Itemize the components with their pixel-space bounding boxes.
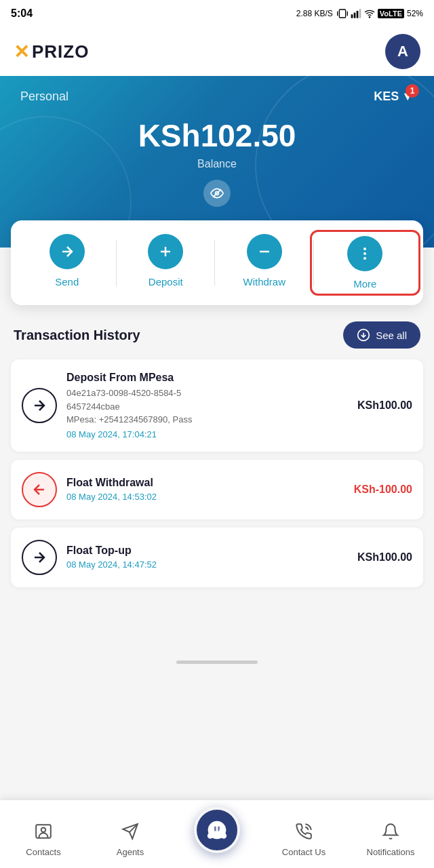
svg-point-16 (363, 257, 366, 260)
svg-line-9 (213, 189, 221, 197)
signal-icon (351, 8, 361, 19)
svg-rect-4 (353, 13, 355, 18)
table-row[interactable]: Deposit From MPesa 04e21a73-0098-4520-85… (11, 359, 423, 452)
wifi-icon (364, 8, 375, 19)
svg-point-15 (363, 252, 366, 255)
vibrate-icon (337, 8, 348, 19)
tx-date: 08 May 2024, 14:47:52 (66, 559, 348, 570)
status-time: 5:04 (11, 7, 33, 20)
tx-date: 08 May 2024, 17:04:21 (66, 429, 348, 439)
balance-label: Balance (20, 158, 414, 170)
contacts-label: Contacts (26, 847, 60, 857)
deposit-label: Deposit (149, 276, 183, 288)
contacts-icon (35, 823, 52, 844)
bottom-nav: Contacts Agents (0, 800, 434, 868)
notifications-label: Notifications (367, 847, 415, 857)
arrow-right-icon (31, 549, 47, 566)
tx-title: Float Withdrawal (66, 477, 344, 489)
tx-details: Float Withdrawal 08 May 2024, 14:53:02 (66, 477, 344, 502)
personal-label: Personal (20, 90, 68, 104)
tx-withdraw-icon (22, 472, 57, 507)
currency-label: KES (374, 90, 399, 104)
arrow-right-icon (31, 397, 47, 414)
tx-amount: KSh100.00 (357, 551, 412, 564)
nav-notifications[interactable]: Notifications (347, 823, 434, 857)
see-all-icon (357, 328, 370, 342)
tx-amount: KSh100.00 (357, 399, 412, 412)
withdraw-icon (256, 243, 273, 260)
svg-point-27 (220, 825, 224, 829)
withdraw-action[interactable]: Withdraw (215, 234, 314, 292)
tx-subtitle: 04e21a73-0098-4520-8584-56457244cbaeMPes… (66, 387, 348, 427)
send-label: Send (55, 276, 79, 288)
svg-rect-0 (339, 9, 345, 18)
eye-icon (210, 186, 224, 200)
tx-deposit-icon (22, 388, 57, 423)
svg-rect-6 (359, 9, 361, 18)
svg-rect-5 (356, 11, 358, 18)
table-row[interactable]: Float Top-up 08 May 2024, 14:47:52 KSh10… (11, 528, 423, 587)
volte-icon: VoLTE (378, 9, 404, 18)
send-action[interactable]: Send (18, 234, 117, 292)
more-icon-circle (347, 236, 382, 271)
notifications-icon (382, 823, 399, 844)
scooter-icon (205, 818, 229, 842)
balance-amount: KSh102.50 (20, 117, 414, 154)
tx-deposit-icon (22, 540, 57, 575)
user-avatar[interactable]: A (385, 34, 420, 69)
withdraw-icon-circle (247, 234, 282, 269)
transaction-history-header: Transaction History See all (0, 305, 434, 359)
see-all-label: See all (376, 330, 407, 341)
logo: ✕ PRIZO (14, 41, 89, 63)
agents-icon (121, 823, 139, 844)
svg-point-14 (363, 248, 366, 250)
status-bar: 5:04 2.88 KB/S VoLTE 52% (0, 0, 434, 27)
svg-rect-22 (36, 825, 51, 838)
tx-amount: KSh-100.00 (354, 484, 412, 496)
nav-agents[interactable]: Agents (87, 823, 174, 857)
svg-rect-3 (351, 14, 353, 18)
more-label: More (353, 278, 376, 290)
svg-point-23 (41, 828, 46, 833)
eye-toggle[interactable] (20, 180, 414, 207)
table-row[interactable]: Float Withdrawal 08 May 2024, 14:53:02 K… (11, 460, 423, 519)
transaction-list: Deposit From MPesa 04e21a73-0098-4520-85… (0, 359, 434, 587)
deposit-icon (157, 243, 174, 260)
toggle-visibility-button[interactable] (203, 180, 231, 207)
tx-title: Deposit From MPesa (66, 372, 348, 384)
data-speed: 2.88 KB/S (296, 9, 333, 18)
tx-details: Deposit From MPesa 04e21a73-0098-4520-85… (66, 372, 348, 439)
nav-contact-us[interactable]: Contact Us (260, 823, 347, 857)
swipe-indicator (176, 660, 258, 664)
status-right: 2.88 KB/S VoLTE 52% (296, 8, 423, 19)
deposit-icon-circle (148, 234, 183, 269)
transaction-history-title: Transaction History (14, 328, 140, 343)
contact-us-icon (295, 823, 313, 844)
currency-selector[interactable]: 1 KES ▼ (374, 90, 414, 104)
app-header: ✕ PRIZO A (0, 27, 434, 76)
more-dots-icon (357, 245, 373, 262)
notification-dot: 1 (406, 84, 419, 98)
logo-text: PRIZO (32, 41, 89, 62)
logo-icon: ✕ (14, 41, 29, 63)
agents-label: Agents (117, 847, 144, 857)
see-all-button[interactable]: See all (343, 321, 420, 349)
status-icons: VoLTE 52% (337, 8, 423, 19)
tx-date: 08 May 2024, 14:53:02 (66, 492, 344, 502)
tx-title: Float Top-up (66, 545, 348, 557)
send-icon (59, 243, 75, 260)
deposit-action[interactable]: Deposit (117, 234, 216, 292)
fab-button[interactable] (194, 807, 240, 853)
actions-card: Send Deposit Withdraw More (11, 220, 423, 305)
battery-label: 52% (407, 9, 423, 18)
withdraw-label: Withdraw (243, 276, 285, 288)
balance-header: Personal 1 KES ▼ (20, 90, 414, 104)
nav-center-fab (174, 807, 260, 857)
tx-details: Float Top-up 08 May 2024, 14:47:52 (66, 545, 348, 570)
send-icon-circle (50, 234, 85, 269)
nav-contacts[interactable]: Contacts (0, 823, 87, 857)
arrow-left-icon (31, 481, 47, 498)
more-action[interactable]: More (310, 230, 421, 296)
contact-us-label: Contact Us (282, 847, 326, 857)
svg-point-7 (369, 17, 370, 18)
